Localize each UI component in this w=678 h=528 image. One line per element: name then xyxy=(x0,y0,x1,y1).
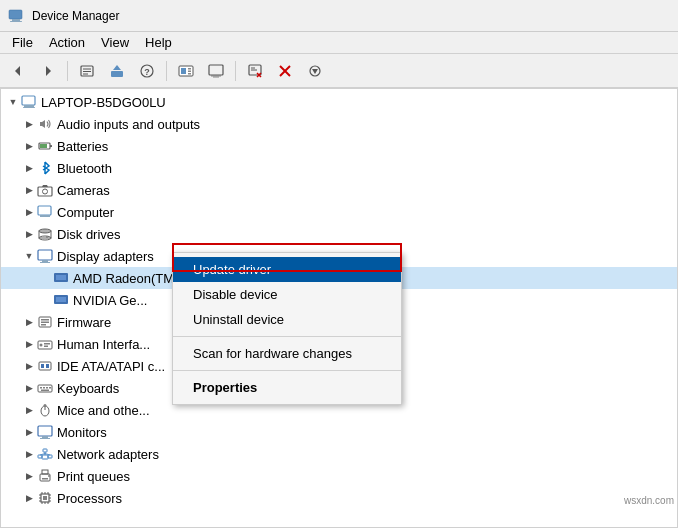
batteries-label: Batteries xyxy=(57,139,108,154)
svg-rect-19 xyxy=(211,75,221,77)
batteries-expand-arrow[interactable]: ▶ xyxy=(21,135,37,157)
svg-rect-78 xyxy=(48,455,52,458)
svg-rect-64 xyxy=(49,387,51,389)
svg-rect-2 xyxy=(10,21,22,22)
camera-icon xyxy=(37,182,53,198)
display-icon xyxy=(37,248,53,264)
firmware-expand-arrow[interactable]: ▶ xyxy=(21,311,37,333)
tree-item-network[interactable]: ▶ Network adapters xyxy=(1,443,677,465)
network-label: Network adapters xyxy=(57,447,159,462)
svg-point-82 xyxy=(48,475,50,477)
tree-item-audio[interactable]: ▶ Audio inputs and outputs xyxy=(1,113,677,135)
processors-expand-arrow[interactable]: ▶ xyxy=(21,487,37,509)
svg-rect-14 xyxy=(181,68,186,74)
svg-rect-50 xyxy=(41,319,49,321)
bluetooth-label: Bluetooth xyxy=(57,161,112,176)
svg-rect-15 xyxy=(188,68,191,70)
bluetooth-icon xyxy=(37,160,53,176)
display-expand-arrow[interactable]: ▼ xyxy=(21,245,37,267)
monitor-button[interactable] xyxy=(202,58,230,84)
root-expand-arrow[interactable]: ▼ xyxy=(5,91,21,113)
svg-rect-79 xyxy=(40,474,50,481)
title-icon xyxy=(8,8,24,24)
back-button[interactable] xyxy=(4,58,32,84)
watermark: wsxdn.com xyxy=(624,495,674,506)
toolbar-sep-1 xyxy=(67,61,68,81)
svg-rect-57 xyxy=(39,362,51,370)
tree-item-disk[interactable]: ▶ Disk drives xyxy=(1,223,677,245)
nvidia-icon xyxy=(53,292,69,308)
window-title: Device Manager xyxy=(32,9,119,23)
svg-rect-30 xyxy=(23,107,35,108)
svg-rect-51 xyxy=(41,322,49,324)
tree-root[interactable]: ▼ LAPTOP-B5DGO0LU xyxy=(1,91,677,113)
mice-expand-arrow[interactable]: ▶ xyxy=(21,399,37,421)
update-driver-toolbar-button[interactable] xyxy=(103,58,131,84)
context-menu-uninstall-device[interactable]: Uninstall device xyxy=(173,307,401,332)
tree-item-computer[interactable]: ▶ Computer xyxy=(1,201,677,223)
help-button[interactable]: ? xyxy=(133,58,161,84)
menu-bar: File Action View Help xyxy=(0,32,678,54)
menu-help[interactable]: Help xyxy=(137,33,180,52)
context-menu-disable-device[interactable]: Disable device xyxy=(173,282,401,307)
battery-icon xyxy=(37,138,53,154)
svg-rect-58 xyxy=(41,364,44,368)
svg-rect-69 xyxy=(38,426,52,436)
toolbar-sep-2 xyxy=(166,61,167,81)
svg-rect-81 xyxy=(42,478,48,480)
audio-expand-arrow[interactable]: ▶ xyxy=(21,113,37,135)
menu-action[interactable]: Action xyxy=(41,33,93,52)
svg-rect-48 xyxy=(56,297,66,302)
tree-item-processors[interactable]: ▶ Proces xyxy=(1,487,677,509)
tree-item-cameras[interactable]: ▶ Cameras xyxy=(1,179,677,201)
svg-rect-43 xyxy=(42,260,48,262)
svg-rect-0 xyxy=(9,10,22,19)
delete-button[interactable] xyxy=(271,58,299,84)
processors-label: Processors xyxy=(57,491,122,506)
context-menu-update-driver[interactable]: Update driver xyxy=(173,257,401,282)
svg-marker-4 xyxy=(46,66,51,76)
svg-point-68 xyxy=(44,404,47,407)
context-menu-properties[interactable]: Properties xyxy=(173,375,401,400)
disk-expand-arrow[interactable]: ▶ xyxy=(21,223,37,245)
tree-item-bluetooth[interactable]: ▶ Bluetooth xyxy=(1,157,677,179)
svg-rect-29 xyxy=(24,105,34,107)
device-info-button[interactable] xyxy=(172,58,200,84)
svg-rect-55 xyxy=(44,343,50,345)
svg-rect-46 xyxy=(56,275,66,280)
svg-rect-63 xyxy=(46,387,48,389)
tree-item-batteries[interactable]: ▶ Batteries xyxy=(1,135,677,157)
svg-rect-16 xyxy=(188,70,191,72)
computer-expand-arrow[interactable]: ▶ xyxy=(21,201,37,223)
tree-item-print[interactable]: ▶ Print queues xyxy=(1,465,677,487)
monitors-label: Monitors xyxy=(57,425,107,440)
firmware-icon xyxy=(37,314,53,330)
audio-label: Audio inputs and outputs xyxy=(57,117,200,132)
root-label: LAPTOP-B5DGO0LU xyxy=(41,95,166,110)
monitors-expand-arrow[interactable]: ▶ xyxy=(21,421,37,443)
scan-button[interactable] xyxy=(301,58,329,84)
menu-file[interactable]: File xyxy=(4,33,41,52)
network-expand-arrow[interactable]: ▶ xyxy=(21,443,37,465)
svg-rect-1 xyxy=(12,19,20,21)
tree-item-monitors[interactable]: ▶ Monitors xyxy=(1,421,677,443)
bluetooth-expand-arrow[interactable]: ▶ xyxy=(21,157,37,179)
keyboards-expand-arrow[interactable]: ▶ xyxy=(21,377,37,399)
mice-label: Mice and othe... xyxy=(57,403,150,418)
ide-expand-arrow[interactable]: ▶ xyxy=(21,355,37,377)
audio-icon xyxy=(37,116,53,132)
human-expand-arrow[interactable]: ▶ xyxy=(21,333,37,355)
forward-button[interactable] xyxy=(34,58,62,84)
uninstall-button[interactable] xyxy=(241,58,269,84)
svg-rect-73 xyxy=(43,449,47,452)
context-menu: Update driver Disable device Uninstall d… xyxy=(172,252,402,405)
menu-view[interactable]: View xyxy=(93,33,137,52)
svg-rect-42 xyxy=(38,250,52,260)
properties-button[interactable] xyxy=(73,58,101,84)
svg-rect-65 xyxy=(41,390,49,392)
context-menu-scan-hardware[interactable]: Scan for hardware changes xyxy=(173,341,401,366)
svg-rect-20 xyxy=(213,76,219,77)
cameras-expand-arrow[interactable]: ▶ xyxy=(21,179,37,201)
svg-rect-56 xyxy=(44,346,48,348)
print-expand-arrow[interactable]: ▶ xyxy=(21,465,37,487)
